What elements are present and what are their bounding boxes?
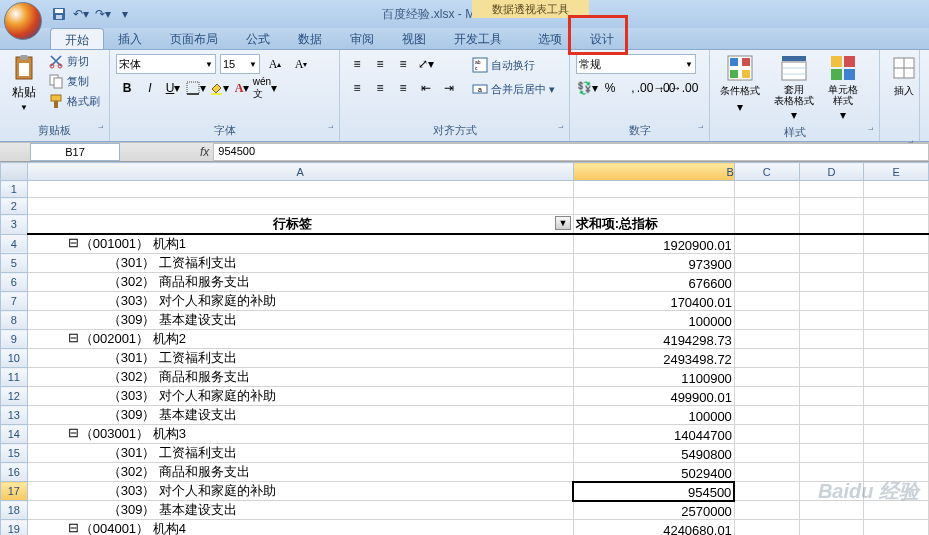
row-header[interactable]: 15 (1, 444, 28, 463)
align-left[interactable]: ≡ (346, 78, 368, 98)
cell[interactable] (864, 311, 929, 330)
col-header-D[interactable]: D (799, 163, 864, 181)
col-header-E[interactable]: E (864, 163, 929, 181)
cell[interactable] (864, 292, 929, 311)
cell[interactable] (799, 254, 864, 273)
cell[interactable]: （301） 工资福利支出 (27, 254, 573, 273)
cell[interactable] (864, 387, 929, 406)
cell[interactable] (799, 444, 864, 463)
cell[interactable] (799, 330, 864, 349)
pivot-row-label-header[interactable]: 行标签▼ (27, 215, 573, 235)
cell[interactable]: 4194298.73 (573, 330, 734, 349)
table-format-button[interactable]: 套用 表格格式▾ (768, 52, 820, 124)
shrink-font-button[interactable]: A▾ (290, 54, 312, 74)
cell[interactable] (864, 234, 929, 254)
row-header[interactable]: 7 (1, 292, 28, 311)
tab-view[interactable]: 视图 (388, 28, 440, 49)
indent-inc[interactable]: ⇥ (438, 78, 460, 98)
formula-bar[interactable]: 954500 (213, 143, 929, 161)
cell[interactable]: 2570000 (573, 501, 734, 520)
col-header-A[interactable]: A (27, 163, 573, 181)
cell[interactable] (864, 406, 929, 425)
grow-font-button[interactable]: A▴ (264, 54, 286, 74)
row-header[interactable]: 2 (1, 198, 28, 215)
row-header[interactable]: 17 (1, 482, 28, 501)
cell[interactable] (734, 273, 799, 292)
cell[interactable] (864, 520, 929, 536)
cell[interactable]: 100000 (573, 406, 734, 425)
cell[interactable] (734, 482, 799, 501)
row-header[interactable]: 19 (1, 520, 28, 536)
select-all-corner[interactable] (1, 163, 28, 181)
cell[interactable] (734, 254, 799, 273)
merge-center-button[interactable]: a合并后居中▾ (470, 80, 557, 98)
tab-data[interactable]: 数据 (284, 28, 336, 49)
format-painter-button[interactable]: 格式刷 (46, 92, 102, 110)
cell[interactable]: （301） 工资福利支出 (27, 349, 573, 368)
row-header[interactable]: 14 (1, 425, 28, 444)
cell-style-button[interactable]: 单元格 样式▾ (822, 52, 864, 124)
cell[interactable] (799, 368, 864, 387)
cell[interactable] (864, 482, 929, 501)
fx-icon[interactable]: fx (200, 145, 209, 159)
cell[interactable]: （303） 对个人和家庭的补助 (27, 292, 573, 311)
cell[interactable]: 170400.01 (573, 292, 734, 311)
cell[interactable]: 14044700 (573, 425, 734, 444)
cell[interactable]: ⊟（003001） 机构3 (27, 425, 573, 444)
office-button[interactable] (4, 2, 42, 40)
cell[interactable] (734, 463, 799, 482)
cell[interactable]: ⊟（001001） 机构1 (27, 234, 573, 254)
cell[interactable]: （302） 商品和服务支出 (27, 463, 573, 482)
cell[interactable]: 100000 (573, 311, 734, 330)
cell[interactable] (799, 482, 864, 501)
cell[interactable]: 5490800 (573, 444, 734, 463)
cell[interactable]: （302） 商品和服务支出 (27, 273, 573, 292)
number-format-select[interactable]: 常规▼ (576, 54, 696, 74)
cell[interactable] (799, 406, 864, 425)
cell[interactable]: （302） 商品和服务支出 (27, 368, 573, 387)
cell[interactable] (799, 349, 864, 368)
copy-button[interactable]: 复制 (46, 72, 102, 90)
cell[interactable]: 954500 (573, 482, 734, 501)
cell[interactable] (799, 520, 864, 536)
font-color-button[interactable]: A▾ (231, 78, 253, 98)
cell[interactable] (799, 292, 864, 311)
wrap-text-button[interactable]: abc自动换行 (470, 56, 557, 74)
qat-undo[interactable]: ↶▾ (72, 5, 90, 23)
align-bottom[interactable]: ≡ (392, 54, 414, 74)
col-header-B[interactable]: B (573, 163, 734, 181)
tab-dev[interactable]: 开发工具 (440, 28, 516, 49)
row-header[interactable]: 3 (1, 215, 28, 235)
tab-options[interactable]: 选项 (524, 28, 576, 49)
cell[interactable] (799, 234, 864, 254)
cell[interactable]: 4240680.01 (573, 520, 734, 536)
cell[interactable] (864, 330, 929, 349)
row-header[interactable]: 8 (1, 311, 28, 330)
cell[interactable] (864, 425, 929, 444)
cell[interactable]: （303） 对个人和家庭的补助 (27, 482, 573, 501)
tab-review[interactable]: 审阅 (336, 28, 388, 49)
font-size-select[interactable]: 15▼ (220, 54, 260, 74)
row-header[interactable]: 10 (1, 349, 28, 368)
cell[interactable] (734, 406, 799, 425)
cell[interactable]: （303） 对个人和家庭的补助 (27, 387, 573, 406)
qat-more[interactable]: ▾ (116, 5, 134, 23)
cell[interactable] (734, 292, 799, 311)
fill-color-button[interactable]: ▾ (208, 78, 230, 98)
row-header[interactable]: 9 (1, 330, 28, 349)
cell[interactable] (864, 444, 929, 463)
cell[interactable]: （309） 基本建设支出 (27, 406, 573, 425)
row-header[interactable]: 1 (1, 181, 28, 198)
qat-redo[interactable]: ↷▾ (94, 5, 112, 23)
border-button[interactable]: ▾ (185, 78, 207, 98)
indent-dec[interactable]: ⇤ (415, 78, 437, 98)
cell[interactable]: （301） 工资福利支出 (27, 444, 573, 463)
collapse-icon[interactable]: ⊟ (68, 520, 80, 535)
tab-insert[interactable]: 插入 (104, 28, 156, 49)
cell[interactable]: 1920900.01 (573, 234, 734, 254)
row-header[interactable]: 12 (1, 387, 28, 406)
cell[interactable] (864, 368, 929, 387)
cell[interactable]: （309） 基本建设支出 (27, 311, 573, 330)
cell[interactable]: 1100900 (573, 368, 734, 387)
orientation[interactable]: ⤢▾ (415, 54, 437, 74)
